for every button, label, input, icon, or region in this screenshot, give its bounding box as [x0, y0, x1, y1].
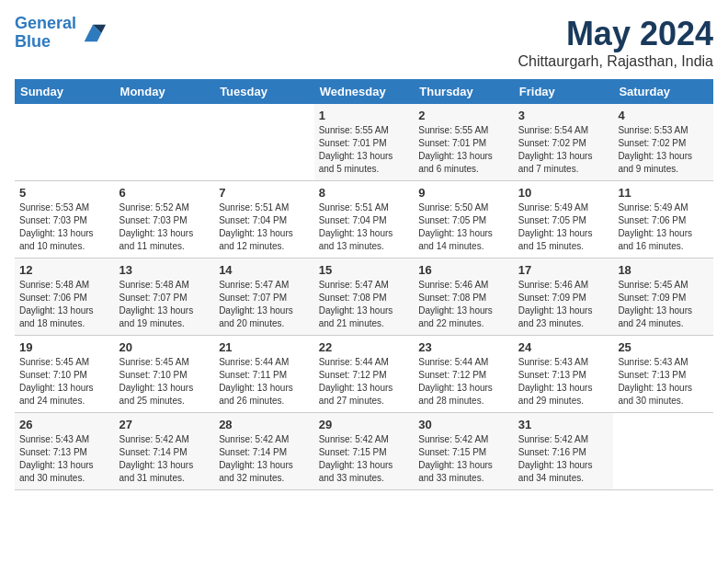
- calendar-day-cell: 27Sunrise: 5:42 AM Sunset: 7:14 PM Dayli…: [115, 413, 215, 490]
- calendar-day-cell: [115, 104, 215, 181]
- calendar-day-cell: 10Sunrise: 5:49 AM Sunset: 7:05 PM Dayli…: [514, 181, 614, 259]
- calendar-week-row: 26Sunrise: 5:43 AM Sunset: 7:13 PM Dayli…: [15, 413, 713, 490]
- day-info: Sunrise: 5:48 AM Sunset: 7:06 PM Dayligh…: [19, 279, 110, 330]
- day-number: 12: [19, 263, 110, 277]
- day-number: 11: [618, 186, 709, 200]
- calendar-day-cell: 31Sunrise: 5:42 AM Sunset: 7:16 PM Dayli…: [514, 413, 614, 490]
- day-number: 19: [19, 340, 110, 354]
- day-number: 20: [119, 340, 210, 354]
- calendar-day-cell: 29Sunrise: 5:42 AM Sunset: 7:15 PM Dayli…: [314, 413, 415, 490]
- day-number: 14: [219, 263, 310, 277]
- day-number: 30: [418, 418, 509, 431]
- month-title: May 2024: [518, 15, 713, 53]
- calendar-day-cell: 15Sunrise: 5:47 AM Sunset: 7:08 PM Dayli…: [314, 259, 415, 336]
- day-info: Sunrise: 5:43 AM Sunset: 7:13 PM Dayligh…: [19, 433, 110, 485]
- calendar-day-cell: 25Sunrise: 5:43 AM Sunset: 7:13 PM Dayli…: [613, 336, 713, 413]
- day-number: 16: [418, 263, 509, 277]
- day-info: Sunrise: 5:45 AM Sunset: 7:10 PM Dayligh…: [19, 356, 110, 408]
- day-info: Sunrise: 5:45 AM Sunset: 7:09 PM Dayligh…: [618, 279, 709, 330]
- calendar-day-cell: 3Sunrise: 5:54 AM Sunset: 7:02 PM Daylig…: [514, 104, 614, 181]
- day-number: 15: [319, 263, 410, 277]
- day-info: Sunrise: 5:54 AM Sunset: 7:02 PM Dayligh…: [518, 124, 609, 176]
- day-number: 6: [119, 186, 210, 200]
- day-number: 22: [319, 340, 410, 354]
- calendar-day-cell: 23Sunrise: 5:44 AM Sunset: 7:12 PM Dayli…: [414, 336, 514, 413]
- calendar-day-cell: 26Sunrise: 5:43 AM Sunset: 7:13 PM Dayli…: [15, 413, 115, 490]
- location-title: Chittaurgarh, Rajasthan, India: [518, 53, 713, 70]
- day-info: Sunrise: 5:49 AM Sunset: 7:05 PM Dayligh…: [518, 201, 609, 253]
- day-info: Sunrise: 5:42 AM Sunset: 7:14 PM Dayligh…: [119, 433, 210, 485]
- day-info: Sunrise: 5:46 AM Sunset: 7:08 PM Dayligh…: [418, 279, 509, 330]
- calendar-day-cell: 7Sunrise: 5:51 AM Sunset: 7:04 PM Daylig…: [214, 181, 314, 259]
- weekday-header-cell: Tuesday: [214, 79, 314, 104]
- calendar-day-cell: 5Sunrise: 5:53 AM Sunset: 7:03 PM Daylig…: [15, 181, 115, 259]
- calendar-table: SundayMondayTuesdayWednesdayThursdayFrid…: [15, 79, 713, 490]
- calendar-day-cell: 19Sunrise: 5:45 AM Sunset: 7:10 PM Dayli…: [15, 336, 115, 413]
- calendar-day-cell: 18Sunrise: 5:45 AM Sunset: 7:09 PM Dayli…: [613, 259, 713, 336]
- day-number: 5: [19, 186, 110, 200]
- day-info: Sunrise: 5:48 AM Sunset: 7:07 PM Dayligh…: [119, 279, 210, 330]
- day-info: Sunrise: 5:43 AM Sunset: 7:13 PM Dayligh…: [618, 356, 709, 408]
- calendar-day-cell: 13Sunrise: 5:48 AM Sunset: 7:07 PM Dayli…: [115, 259, 215, 336]
- day-info: Sunrise: 5:44 AM Sunset: 7:11 PM Dayligh…: [219, 356, 310, 408]
- day-number: 3: [518, 109, 609, 122]
- calendar-day-cell: 9Sunrise: 5:50 AM Sunset: 7:05 PM Daylig…: [414, 181, 514, 259]
- weekday-header-cell: Wednesday: [314, 79, 415, 104]
- calendar-day-cell: 14Sunrise: 5:47 AM Sunset: 7:07 PM Dayli…: [214, 259, 314, 336]
- day-number: 7: [219, 186, 310, 200]
- logo: General Blue: [15, 15, 106, 52]
- day-number: 10: [518, 186, 609, 200]
- calendar-week-row: 19Sunrise: 5:45 AM Sunset: 7:10 PM Dayli…: [15, 336, 713, 413]
- calendar-day-cell: 12Sunrise: 5:48 AM Sunset: 7:06 PM Dayli…: [15, 259, 115, 336]
- weekday-header-cell: Sunday: [15, 79, 115, 104]
- weekday-header-cell: Saturday: [613, 79, 713, 104]
- weekday-header-row: SundayMondayTuesdayWednesdayThursdayFrid…: [15, 79, 713, 104]
- day-info: Sunrise: 5:47 AM Sunset: 7:08 PM Dayligh…: [319, 279, 410, 330]
- day-info: Sunrise: 5:52 AM Sunset: 7:03 PM Dayligh…: [119, 201, 210, 253]
- calendar-day-cell: 4Sunrise: 5:53 AM Sunset: 7:02 PM Daylig…: [613, 104, 713, 181]
- day-info: Sunrise: 5:42 AM Sunset: 7:16 PM Dayligh…: [518, 433, 609, 485]
- day-number: 17: [518, 263, 609, 277]
- day-info: Sunrise: 5:53 AM Sunset: 7:02 PM Dayligh…: [618, 124, 709, 176]
- calendar-day-cell: 8Sunrise: 5:51 AM Sunset: 7:04 PM Daylig…: [314, 181, 415, 259]
- day-number: 18: [618, 263, 709, 277]
- logo-text: General Blue: [15, 15, 76, 52]
- calendar-day-cell: 11Sunrise: 5:49 AM Sunset: 7:06 PM Dayli…: [613, 181, 713, 259]
- calendar-day-cell: 20Sunrise: 5:45 AM Sunset: 7:10 PM Dayli…: [115, 336, 215, 413]
- day-info: Sunrise: 5:42 AM Sunset: 7:14 PM Dayligh…: [219, 433, 310, 485]
- day-info: Sunrise: 5:42 AM Sunset: 7:15 PM Dayligh…: [319, 433, 410, 485]
- day-number: 23: [418, 340, 509, 354]
- day-info: Sunrise: 5:44 AM Sunset: 7:12 PM Dayligh…: [319, 356, 410, 408]
- calendar-day-cell: 2Sunrise: 5:55 AM Sunset: 7:01 PM Daylig…: [414, 104, 514, 181]
- day-number: 9: [418, 186, 509, 200]
- day-number: 26: [19, 418, 110, 431]
- calendar-day-cell: 21Sunrise: 5:44 AM Sunset: 7:11 PM Dayli…: [214, 336, 314, 413]
- logo-icon: [80, 20, 106, 46]
- calendar-week-row: 5Sunrise: 5:53 AM Sunset: 7:03 PM Daylig…: [15, 181, 713, 259]
- day-number: 27: [119, 418, 210, 431]
- calendar-day-cell: [613, 413, 713, 490]
- calendar-week-row: 1Sunrise: 5:55 AM Sunset: 7:01 PM Daylig…: [15, 104, 713, 181]
- logo-line1: General: [15, 14, 76, 32]
- day-number: 29: [319, 418, 410, 431]
- calendar-day-cell: 24Sunrise: 5:43 AM Sunset: 7:13 PM Dayli…: [514, 336, 614, 413]
- day-info: Sunrise: 5:51 AM Sunset: 7:04 PM Dayligh…: [319, 201, 410, 253]
- calendar-day-cell: 30Sunrise: 5:42 AM Sunset: 7:15 PM Dayli…: [414, 413, 514, 490]
- calendar-day-cell: 16Sunrise: 5:46 AM Sunset: 7:08 PM Dayli…: [414, 259, 514, 336]
- day-number: 8: [319, 186, 410, 200]
- day-info: Sunrise: 5:55 AM Sunset: 7:01 PM Dayligh…: [418, 124, 509, 176]
- calendar-day-cell: 6Sunrise: 5:52 AM Sunset: 7:03 PM Daylig…: [115, 181, 215, 259]
- day-info: Sunrise: 5:43 AM Sunset: 7:13 PM Dayligh…: [518, 356, 609, 408]
- day-number: 28: [219, 418, 310, 431]
- day-number: 4: [618, 109, 709, 122]
- weekday-header-cell: Monday: [115, 79, 215, 104]
- day-info: Sunrise: 5:42 AM Sunset: 7:15 PM Dayligh…: [418, 433, 509, 485]
- calendar-week-row: 12Sunrise: 5:48 AM Sunset: 7:06 PM Dayli…: [15, 259, 713, 336]
- calendar-body: 1Sunrise: 5:55 AM Sunset: 7:01 PM Daylig…: [15, 104, 713, 490]
- day-info: Sunrise: 5:47 AM Sunset: 7:07 PM Dayligh…: [219, 279, 310, 330]
- title-area: May 2024 Chittaurgarh, Rajasthan, India: [518, 15, 713, 70]
- day-number: 31: [518, 418, 609, 431]
- logo-line2: Blue: [15, 32, 51, 51]
- day-number: 1: [319, 109, 410, 122]
- day-number: 13: [119, 263, 210, 277]
